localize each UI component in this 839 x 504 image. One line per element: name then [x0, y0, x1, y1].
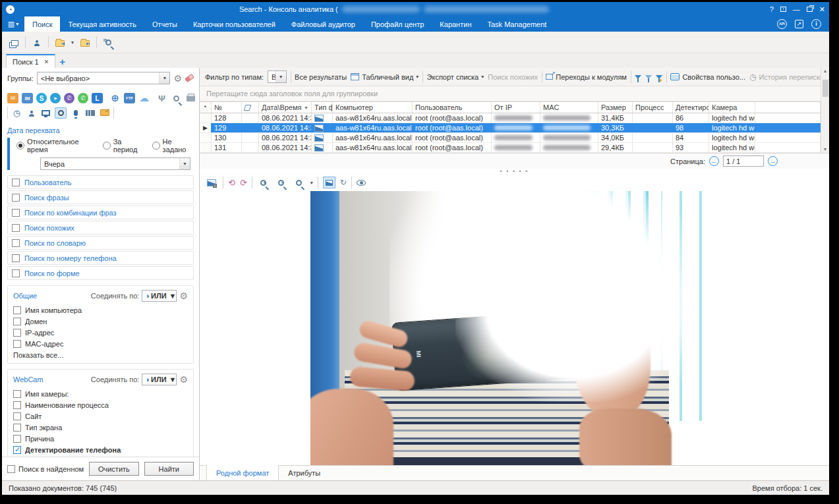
checkbox-icon[interactable] — [13, 306, 21, 314]
checkbox-icon[interactable] — [13, 318, 21, 325]
gear-icon[interactable]: ⚙ — [179, 375, 188, 384]
filter-funnel-clear-icon[interactable] — [645, 75, 652, 79]
webcam-icon[interactable] — [55, 107, 67, 119]
microphone-icon[interactable] — [70, 107, 81, 118]
col-tag[interactable] — [242, 102, 259, 113]
menu-item-task-management[interactable]: Task Management — [479, 16, 554, 32]
table-row[interactable]: 128 08.06.2021 14:39:41 aas-w81x64ru.aas… — [200, 113, 821, 123]
col-detected[interactable]: Детектирова — [673, 102, 709, 113]
col-filetype[interactable]: Тип фа — [312, 102, 333, 113]
checkbox-icon[interactable] — [13, 401, 21, 409]
filter-similar[interactable]: Поиск похожих — [7, 221, 194, 235]
telegram-icon[interactable]: ➤ — [50, 93, 61, 103]
webcam-site[interactable]: Сайт — [13, 410, 188, 422]
group-by-bar[interactable]: Перетащите сюда заголовок поля для групп… — [200, 86, 829, 101]
id-search-icon[interactable]: ID — [101, 36, 115, 49]
user-activity-icon[interactable] — [26, 107, 37, 118]
checkbox-icon[interactable] — [12, 224, 20, 232]
common-ip[interactable]: IP-адрес — [13, 327, 188, 338]
go-to-modules-button[interactable]: Переходы к модулям — [546, 73, 627, 81]
table-row[interactable]: 130 08.06.2021 14:39:36 aas-w81x64ru.aas… — [200, 133, 821, 143]
window-minimize-button[interactable]: — — [793, 5, 800, 13]
tab-search-1[interactable]: Поиск 1 ✕ — [6, 54, 55, 68]
mail-icon[interactable]: ✉ — [7, 93, 18, 103]
device-search-icon[interactable] — [171, 93, 182, 103]
printer-icon[interactable] — [185, 93, 196, 103]
all-results-button[interactable]: Все результаты — [295, 73, 347, 81]
scroll-down-icon[interactable]: ▼ — [823, 147, 828, 152]
table-scrollbar[interactable]: ▲ ▼ — [821, 67, 829, 153]
checkbox-icon[interactable] — [12, 254, 20, 262]
menu-item-file-auditor[interactable]: Файловый аудитор — [283, 16, 363, 32]
col-datetime[interactable]: Дата\Время▼ — [259, 102, 312, 113]
api-icon[interactable]: API — [777, 19, 787, 29]
folder-check-icon[interactable] — [99, 107, 110, 118]
find-button[interactable]: Найти — [144, 462, 194, 476]
im-icon[interactable]: IM — [22, 93, 33, 103]
col-num[interactable]: № — [212, 102, 242, 113]
viber-icon[interactable]: ✆ — [64, 93, 74, 103]
show-all-link[interactable]: Показать все... — [13, 351, 188, 359]
usb-icon[interactable]: Ψ — [156, 93, 167, 103]
checkbox-icon[interactable] — [13, 435, 21, 443]
checkbox-icon[interactable] — [12, 239, 20, 247]
col-ip[interactable]: От IP — [492, 102, 540, 113]
next-page-button[interactable]: → — [768, 156, 778, 166]
rotate-left-icon[interactable]: ⟲ — [228, 179, 235, 187]
filter-user[interactable]: Пользователь — [7, 175, 194, 189]
cloud-icon[interactable]: ☁ — [138, 93, 150, 103]
gear-icon[interactable]: ⚙ — [179, 291, 188, 300]
search-similar-button[interactable]: Поиск похожих — [488, 73, 538, 81]
webcam-reason[interactable]: Причина — [13, 433, 188, 444]
checkbox-icon[interactable] — [13, 424, 21, 432]
chevron-down-icon[interactable]: ▼ — [159, 72, 169, 84]
window-expand-button[interactable]: ↑ — [780, 7, 786, 12]
filter-dictionary[interactable]: Поиск по словарю — [7, 236, 194, 250]
chevron-down-icon[interactable]: ▾ — [71, 40, 74, 45]
tab-native-format[interactable]: Родной формат — [206, 465, 279, 480]
webcam-screen-type[interactable]: Тип экрана — [13, 422, 188, 433]
menu-item-user-cards[interactable]: Карточки пользователей — [185, 16, 283, 32]
clear-button[interactable]: Очистить — [89, 462, 138, 476]
monitor-icon[interactable] — [40, 107, 51, 118]
lync-icon[interactable]: L — [92, 93, 103, 103]
checkbox-icon[interactable] — [12, 209, 20, 217]
radio-relative-time[interactable]: Относительное время — [16, 138, 95, 154]
save-image-icon[interactable] — [205, 176, 218, 189]
rotate-right-icon[interactable]: ⟳ — [240, 179, 247, 187]
table-row[interactable]: 131 08.06.2021 14:39:33 aas-w81x64ru.aas… — [200, 143, 821, 153]
checkbox-checked-icon[interactable] — [13, 446, 21, 454]
user-properties-button[interactable]: Свойства пользо... — [670, 73, 745, 81]
eye-icon[interactable] — [357, 180, 366, 186]
col-process[interactable]: Процесс — [633, 102, 673, 113]
whatsapp-icon[interactable]: ✆ — [78, 93, 88, 103]
fit-to-window-icon[interactable] — [323, 177, 335, 188]
scroll-up-icon[interactable]: ▲ — [823, 69, 828, 73]
menu-item-search[interactable]: Поиск — [24, 16, 60, 32]
common-computer-name[interactable]: Имя компьютера — [13, 304, 188, 316]
webcam-camera-name[interactable]: Имя камеры: — [13, 388, 188, 399]
type-filter-select[interactable]: Все результаты ▼ — [268, 70, 287, 83]
checkbox-icon[interactable] — [12, 269, 20, 277]
windows-copy-icon[interactable] — [7, 36, 20, 49]
zoom-in-icon[interactable]: + — [257, 176, 270, 189]
common-domain[interactable]: Домен — [13, 316, 188, 327]
skype-icon[interactable]: S — [36, 93, 47, 103]
menu-item-quarantine[interactable]: Карантин — [432, 16, 479, 32]
col-computer[interactable]: Компьютер — [333, 102, 413, 113]
zoom-select-icon[interactable] — [293, 176, 306, 189]
webcam-join-select[interactable]: ◑ ИЛИ ▼ — [142, 374, 177, 385]
radio-period[interactable]: За период — [103, 138, 144, 154]
close-icon[interactable]: ✕ — [44, 59, 49, 65]
splitter-handle[interactable]: • • • • • — [200, 169, 829, 174]
http-globe-icon[interactable]: ⊕ — [109, 93, 121, 103]
common-mac[interactable]: MAC-адрес — [13, 338, 188, 349]
app-menu-button[interactable]: ▥▾ — [2, 16, 24, 32]
user-search-icon[interactable] — [30, 36, 43, 49]
chat-history-button[interactable]: ◷История переписки — [749, 72, 824, 82]
clock-icon[interactable]: ◷ — [11, 107, 22, 118]
checkbox-icon[interactable] — [13, 412, 21, 420]
checkbox-icon[interactable] — [13, 329, 21, 337]
refresh-icon[interactable]: ↻ — [340, 178, 347, 187]
table-row-selected[interactable]: ▶ 129 08.06.2021 14:39:38 aas-w81x64ru.a… — [200, 123, 821, 133]
